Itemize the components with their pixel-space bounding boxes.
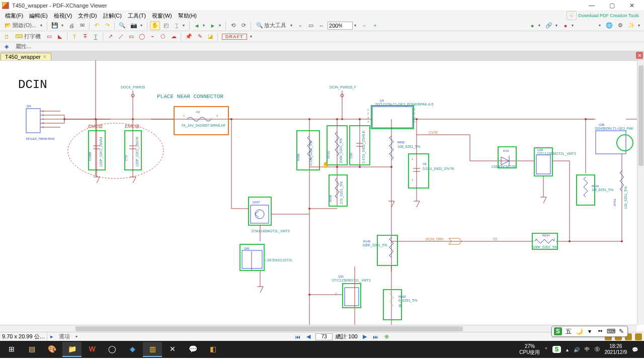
close-button[interactable]: ✕ [622,1,642,11]
callout-icon[interactable]: ◣ [55,32,64,41]
sticky-note-icon[interactable]: 🗒 [2,32,11,41]
zoom-in-icon[interactable]: ＋ [370,21,379,30]
color-icon[interactable]: ● [561,21,570,30]
svg-point-19 [68,123,164,178]
polygon-icon[interactable]: ⬠ [158,32,168,41]
line-icon[interactable]: ／ [116,32,125,41]
notifications-icon[interactable]: 💬 [632,347,638,352]
menu-file[interactable]: 檔案(F) [2,12,26,20]
start-button[interactable]: ⊞ [2,342,21,357]
prop-icon[interactable]: ◈ [2,42,11,51]
cloud-icon[interactable]: ☁ [169,32,178,41]
zoom-out-icon[interactable]: − [360,21,369,30]
menu-tools[interactable]: 工具(T) [125,12,149,20]
mail-icon[interactable]: ✉ [77,21,87,30]
vertical-scrollbar[interactable] [637,60,644,325]
oval-icon[interactable]: ◯ [137,32,146,41]
zoom-input[interactable] [328,22,353,30]
pin-icon[interactable]: 📌 [184,32,194,41]
pencil-icon[interactable]: ✎ [195,32,204,41]
actual-size-icon[interactable]: ▫ [296,21,305,30]
redo-icon[interactable]: ↷ [103,21,112,30]
textbox-icon[interactable]: ▭ [45,32,54,41]
save-icon[interactable]: 💾 [50,21,60,30]
polyline-icon[interactable]: ⌁ [148,32,157,41]
next-view-icon[interactable]: ► [208,21,217,30]
hand-tool-icon[interactable]: ✋ [150,21,160,30]
taskbar-app3-icon[interactable]: ◧ [203,342,222,357]
menu-view[interactable]: 檢視(V) [51,12,75,20]
window-title: T450_wrapper - PDF-XChange Viewer [12,3,107,9]
horizontal-scrollbar[interactable] [0,325,637,332]
nav-plus-icon[interactable]: ⊕ [383,333,391,340]
stamp-icon[interactable]: DRAFT [220,32,249,41]
snapshot-icon[interactable]: ◰ [162,21,171,30]
undo-icon[interactable]: ↶ [92,21,101,30]
svg-text:R662: R662 [398,295,406,298]
taskbar-wps-icon[interactable]: W [83,342,102,357]
typewriter-button[interactable]: ⌨打字機 [13,32,43,41]
clock[interactable]: 18:26 2021/12/9 [605,343,627,355]
world-icon[interactable]: 🌐 [604,21,614,30]
tab-t450[interactable]: T450_wrapper ✕ [1,53,51,60]
taskbar-folder-icon[interactable]: 📁 [62,342,82,357]
help-icon[interactable]: ● [528,21,537,30]
rotate-cw-icon[interactable]: ⟳ [239,21,248,30]
last-page-icon[interactable]: ⏭ [372,333,380,340]
eraser-icon[interactable]: ◪ [206,32,215,41]
properties-button[interactable]: 屬性... [13,42,34,51]
print-icon[interactable]: 🖨 [67,21,76,30]
minimize-button[interactable]: — [582,1,602,11]
taskbar-obs-icon[interactable]: ◯ [103,342,122,357]
prev-view-icon[interactable]: ◄ [192,21,201,30]
tabs-close-all[interactable]: ✕ [636,52,643,59]
menu-comment[interactable]: 註解(C) [100,12,125,20]
taskbar-wechat-icon[interactable]: 💬 [183,342,202,357]
underline-icon[interactable]: T [91,32,100,41]
rotate-ccw-icon[interactable]: ⟲ [228,21,237,30]
prev-page-icon[interactable]: ◀ [304,333,312,340]
menu-edit[interactable]: 編輯(E) [26,12,51,20]
tray-lang[interactable]: 中 [585,346,590,353]
open-dd[interactable]: ▾ [40,23,44,28]
taskbar-app1-icon[interactable]: ◆ [123,342,142,357]
strikeout-icon[interactable]: T̶ [80,32,90,41]
link-icon[interactable]: 🔗 [544,21,554,30]
search-icon[interactable]: 🔍 [117,21,127,30]
taskbar-app2-icon[interactable]: ✕ [163,342,182,357]
cpu-meter[interactable]: 27% CPU使用 [519,343,540,355]
zoom-tool[interactable]: 🔍放大工具 [254,21,289,30]
maximize-button[interactable]: ▢ [602,1,622,11]
options-button[interactable]: 選項 [56,332,72,341]
camera-icon[interactable]: 📷 [129,21,139,30]
gear-icon[interactable]: ⚙ [616,21,625,30]
tray-ime-icon[interactable]: S [552,346,560,353]
fit-width-icon[interactable]: ↔ [317,21,326,30]
wand-icon[interactable]: ✨ [626,21,636,30]
tray-sogou-icon[interactable]: Ⓢ [595,346,600,353]
tray-up-icon[interactable]: ˄ [545,347,547,352]
page-input[interactable] [315,333,333,340]
arrow-icon[interactable]: ↗ [106,32,115,41]
menu-window[interactable]: 視窗(W) [149,12,175,20]
menu-document[interactable]: 文件(D) [75,12,100,20]
ime-mode[interactable]: 五 [565,327,573,335]
document-canvas[interactable]: DCIN J24 6 5 4 3 2 MOLEX_78048-0543 EMC@… [0,60,644,332]
fit-page-icon[interactable]: ▭ [306,21,315,30]
menu-help[interactable]: 幫助(H) [175,12,200,20]
next-page-icon[interactable]: ▶ [361,333,369,340]
promo-link[interactable]: ☟ Download PDF Creation Tools [564,11,642,20]
tab-close-icon[interactable]: ✕ [43,54,47,59]
taskbar-pdfx-icon[interactable]: ▥ [143,342,162,357]
open-button[interactable]: 📂開啟(O)... [2,21,39,30]
taskbar-paint-icon[interactable]: 🎨 [42,342,61,357]
layout-contfacing-icon[interactable] [635,333,642,340]
ime-float-bar[interactable]: S 五 🌙 ▾ •• ⌨ ✎ [551,326,628,337]
first-page-icon[interactable]: ⏮ [293,333,301,340]
tray-volume-icon[interactable]: 🔊 [574,347,580,352]
rect-icon[interactable]: ▭ [127,32,136,41]
select-icon[interactable]: ⌶ [172,21,181,30]
highlight-icon[interactable]: T [70,32,79,41]
taskbar-explorer-icon[interactable]: ▤ [22,342,41,357]
tray-network-icon[interactable]: ▴ [566,347,569,352]
